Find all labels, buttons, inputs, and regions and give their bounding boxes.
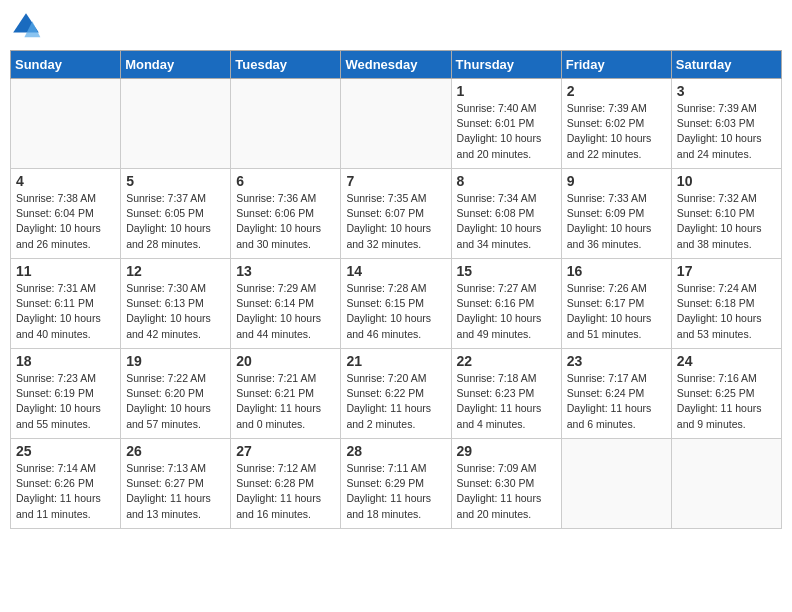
calendar-day-cell bbox=[231, 79, 341, 169]
calendar-week-row: 11Sunrise: 7:31 AM Sunset: 6:11 PM Dayli… bbox=[11, 259, 782, 349]
calendar-day-cell: 16Sunrise: 7:26 AM Sunset: 6:17 PM Dayli… bbox=[561, 259, 671, 349]
day-number: 8 bbox=[457, 173, 556, 189]
logo-icon bbox=[10, 10, 42, 42]
day-info: Sunrise: 7:38 AM Sunset: 6:04 PM Dayligh… bbox=[16, 191, 115, 252]
calendar-day-cell: 13Sunrise: 7:29 AM Sunset: 6:14 PM Dayli… bbox=[231, 259, 341, 349]
calendar-day-cell: 24Sunrise: 7:16 AM Sunset: 6:25 PM Dayli… bbox=[671, 349, 781, 439]
calendar-day-cell: 22Sunrise: 7:18 AM Sunset: 6:23 PM Dayli… bbox=[451, 349, 561, 439]
day-number: 6 bbox=[236, 173, 335, 189]
day-info: Sunrise: 7:29 AM Sunset: 6:14 PM Dayligh… bbox=[236, 281, 335, 342]
calendar-body: 1Sunrise: 7:40 AM Sunset: 6:01 PM Daylig… bbox=[11, 79, 782, 529]
calendar-day-cell: 21Sunrise: 7:20 AM Sunset: 6:22 PM Dayli… bbox=[341, 349, 451, 439]
day-info: Sunrise: 7:34 AM Sunset: 6:08 PM Dayligh… bbox=[457, 191, 556, 252]
day-info: Sunrise: 7:28 AM Sunset: 6:15 PM Dayligh… bbox=[346, 281, 445, 342]
calendar-day-cell: 2Sunrise: 7:39 AM Sunset: 6:02 PM Daylig… bbox=[561, 79, 671, 169]
day-number: 2 bbox=[567, 83, 666, 99]
calendar-day-cell: 10Sunrise: 7:32 AM Sunset: 6:10 PM Dayli… bbox=[671, 169, 781, 259]
calendar-day-cell: 25Sunrise: 7:14 AM Sunset: 6:26 PM Dayli… bbox=[11, 439, 121, 529]
calendar-day-cell: 20Sunrise: 7:21 AM Sunset: 6:21 PM Dayli… bbox=[231, 349, 341, 439]
day-number: 11 bbox=[16, 263, 115, 279]
day-info: Sunrise: 7:11 AM Sunset: 6:29 PM Dayligh… bbox=[346, 461, 445, 522]
calendar-day-cell: 3Sunrise: 7:39 AM Sunset: 6:03 PM Daylig… bbox=[671, 79, 781, 169]
day-info: Sunrise: 7:27 AM Sunset: 6:16 PM Dayligh… bbox=[457, 281, 556, 342]
day-info: Sunrise: 7:30 AM Sunset: 6:13 PM Dayligh… bbox=[126, 281, 225, 342]
day-info: Sunrise: 7:40 AM Sunset: 6:01 PM Dayligh… bbox=[457, 101, 556, 162]
calendar-day-cell: 19Sunrise: 7:22 AM Sunset: 6:20 PM Dayli… bbox=[121, 349, 231, 439]
logo bbox=[10, 10, 44, 42]
calendar-day-cell: 5Sunrise: 7:37 AM Sunset: 6:05 PM Daylig… bbox=[121, 169, 231, 259]
weekday-header: Saturday bbox=[671, 51, 781, 79]
calendar-day-cell: 9Sunrise: 7:33 AM Sunset: 6:09 PM Daylig… bbox=[561, 169, 671, 259]
calendar-day-cell: 12Sunrise: 7:30 AM Sunset: 6:13 PM Dayli… bbox=[121, 259, 231, 349]
calendar-week-row: 25Sunrise: 7:14 AM Sunset: 6:26 PM Dayli… bbox=[11, 439, 782, 529]
day-number: 21 bbox=[346, 353, 445, 369]
day-number: 4 bbox=[16, 173, 115, 189]
calendar-day-cell bbox=[561, 439, 671, 529]
day-info: Sunrise: 7:36 AM Sunset: 6:06 PM Dayligh… bbox=[236, 191, 335, 252]
calendar-week-row: 18Sunrise: 7:23 AM Sunset: 6:19 PM Dayli… bbox=[11, 349, 782, 439]
calendar-day-cell bbox=[11, 79, 121, 169]
calendar-day-cell: 7Sunrise: 7:35 AM Sunset: 6:07 PM Daylig… bbox=[341, 169, 451, 259]
day-info: Sunrise: 7:32 AM Sunset: 6:10 PM Dayligh… bbox=[677, 191, 776, 252]
day-number: 24 bbox=[677, 353, 776, 369]
day-info: Sunrise: 7:21 AM Sunset: 6:21 PM Dayligh… bbox=[236, 371, 335, 432]
day-info: Sunrise: 7:35 AM Sunset: 6:07 PM Dayligh… bbox=[346, 191, 445, 252]
day-number: 1 bbox=[457, 83, 556, 99]
calendar-day-cell: 23Sunrise: 7:17 AM Sunset: 6:24 PM Dayli… bbox=[561, 349, 671, 439]
day-number: 17 bbox=[677, 263, 776, 279]
calendar-day-cell: 14Sunrise: 7:28 AM Sunset: 6:15 PM Dayli… bbox=[341, 259, 451, 349]
day-info: Sunrise: 7:31 AM Sunset: 6:11 PM Dayligh… bbox=[16, 281, 115, 342]
calendar-day-cell: 15Sunrise: 7:27 AM Sunset: 6:16 PM Dayli… bbox=[451, 259, 561, 349]
day-number: 10 bbox=[677, 173, 776, 189]
day-number: 26 bbox=[126, 443, 225, 459]
day-number: 7 bbox=[346, 173, 445, 189]
day-info: Sunrise: 7:09 AM Sunset: 6:30 PM Dayligh… bbox=[457, 461, 556, 522]
calendar-day-cell: 11Sunrise: 7:31 AM Sunset: 6:11 PM Dayli… bbox=[11, 259, 121, 349]
day-number: 14 bbox=[346, 263, 445, 279]
day-number: 20 bbox=[236, 353, 335, 369]
day-info: Sunrise: 7:13 AM Sunset: 6:27 PM Dayligh… bbox=[126, 461, 225, 522]
day-info: Sunrise: 7:22 AM Sunset: 6:20 PM Dayligh… bbox=[126, 371, 225, 432]
day-number: 3 bbox=[677, 83, 776, 99]
calendar-day-cell: 27Sunrise: 7:12 AM Sunset: 6:28 PM Dayli… bbox=[231, 439, 341, 529]
calendar-header-row: SundayMondayTuesdayWednesdayThursdayFrid… bbox=[11, 51, 782, 79]
day-number: 22 bbox=[457, 353, 556, 369]
day-number: 15 bbox=[457, 263, 556, 279]
calendar-day-cell bbox=[341, 79, 451, 169]
day-number: 13 bbox=[236, 263, 335, 279]
day-number: 5 bbox=[126, 173, 225, 189]
calendar-day-cell: 8Sunrise: 7:34 AM Sunset: 6:08 PM Daylig… bbox=[451, 169, 561, 259]
weekday-header: Wednesday bbox=[341, 51, 451, 79]
day-info: Sunrise: 7:39 AM Sunset: 6:03 PM Dayligh… bbox=[677, 101, 776, 162]
weekday-header: Friday bbox=[561, 51, 671, 79]
day-info: Sunrise: 7:24 AM Sunset: 6:18 PM Dayligh… bbox=[677, 281, 776, 342]
calendar-day-cell bbox=[671, 439, 781, 529]
page-header bbox=[10, 10, 782, 42]
calendar-day-cell: 1Sunrise: 7:40 AM Sunset: 6:01 PM Daylig… bbox=[451, 79, 561, 169]
calendar-day-cell: 18Sunrise: 7:23 AM Sunset: 6:19 PM Dayli… bbox=[11, 349, 121, 439]
day-info: Sunrise: 7:23 AM Sunset: 6:19 PM Dayligh… bbox=[16, 371, 115, 432]
calendar-day-cell: 6Sunrise: 7:36 AM Sunset: 6:06 PM Daylig… bbox=[231, 169, 341, 259]
day-info: Sunrise: 7:16 AM Sunset: 6:25 PM Dayligh… bbox=[677, 371, 776, 432]
weekday-header: Thursday bbox=[451, 51, 561, 79]
day-info: Sunrise: 7:14 AM Sunset: 6:26 PM Dayligh… bbox=[16, 461, 115, 522]
day-number: 19 bbox=[126, 353, 225, 369]
weekday-header: Sunday bbox=[11, 51, 121, 79]
calendar-day-cell: 28Sunrise: 7:11 AM Sunset: 6:29 PM Dayli… bbox=[341, 439, 451, 529]
day-number: 28 bbox=[346, 443, 445, 459]
weekday-header: Tuesday bbox=[231, 51, 341, 79]
weekday-header: Monday bbox=[121, 51, 231, 79]
day-number: 29 bbox=[457, 443, 556, 459]
day-info: Sunrise: 7:37 AM Sunset: 6:05 PM Dayligh… bbox=[126, 191, 225, 252]
day-info: Sunrise: 7:12 AM Sunset: 6:28 PM Dayligh… bbox=[236, 461, 335, 522]
day-info: Sunrise: 7:20 AM Sunset: 6:22 PM Dayligh… bbox=[346, 371, 445, 432]
calendar-week-row: 1Sunrise: 7:40 AM Sunset: 6:01 PM Daylig… bbox=[11, 79, 782, 169]
calendar-week-row: 4Sunrise: 7:38 AM Sunset: 6:04 PM Daylig… bbox=[11, 169, 782, 259]
day-info: Sunrise: 7:33 AM Sunset: 6:09 PM Dayligh… bbox=[567, 191, 666, 252]
day-info: Sunrise: 7:18 AM Sunset: 6:23 PM Dayligh… bbox=[457, 371, 556, 432]
calendar-day-cell: 17Sunrise: 7:24 AM Sunset: 6:18 PM Dayli… bbox=[671, 259, 781, 349]
day-info: Sunrise: 7:26 AM Sunset: 6:17 PM Dayligh… bbox=[567, 281, 666, 342]
calendar-day-cell: 4Sunrise: 7:38 AM Sunset: 6:04 PM Daylig… bbox=[11, 169, 121, 259]
day-info: Sunrise: 7:17 AM Sunset: 6:24 PM Dayligh… bbox=[567, 371, 666, 432]
day-number: 27 bbox=[236, 443, 335, 459]
